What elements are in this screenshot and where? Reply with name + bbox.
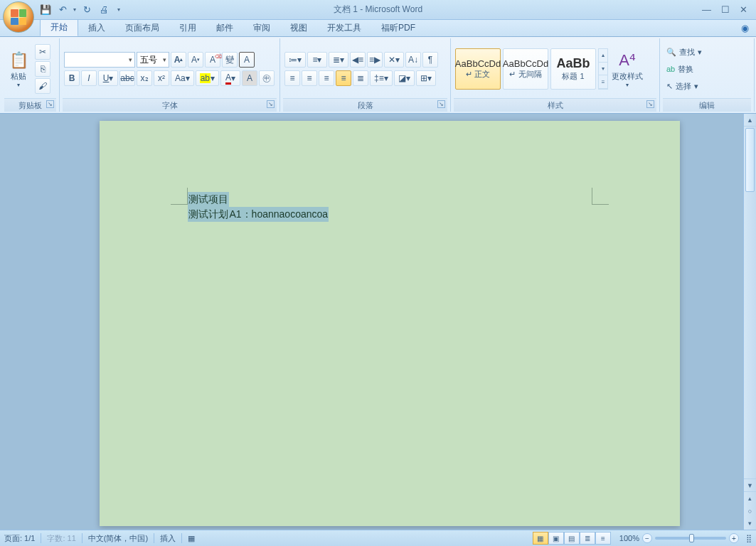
change-styles-button[interactable]: A⁴ 更改样式 ▾ bbox=[610, 50, 644, 88]
zoom-level[interactable]: 100% bbox=[619, 534, 639, 542]
subscript-button[interactable]: x₂ bbox=[137, 70, 152, 86]
scroll-down-button[interactable]: ▼ bbox=[744, 478, 756, 491]
minimize-button[interactable]: — bbox=[702, 4, 711, 15]
align-center-button[interactable]: ≡ bbox=[302, 70, 317, 86]
insert-mode[interactable]: 插入 bbox=[160, 533, 176, 544]
save-icon[interactable]: 💾 bbox=[39, 4, 52, 16]
tab-references[interactable]: 引用 bbox=[169, 19, 206, 36]
highlight-button[interactable]: ab▾ bbox=[196, 70, 219, 86]
office-button[interactable] bbox=[3, 1, 34, 33]
clear-format-button[interactable]: A⌫ bbox=[205, 52, 220, 68]
shading-button[interactable]: ◪▾ bbox=[394, 70, 415, 86]
font-color-button[interactable]: A▾ bbox=[220, 70, 240, 86]
tab-mailings[interactable]: 邮件 bbox=[206, 19, 243, 36]
font-size-combo[interactable]: 五号 bbox=[137, 52, 169, 68]
style-gallery-nav[interactable]: ▴▾≡ bbox=[598, 48, 608, 90]
resize-grip[interactable]: ⣿ bbox=[746, 534, 752, 543]
tab-developer[interactable]: 开发工具 bbox=[317, 19, 371, 36]
replace-button[interactable]: ab替换 bbox=[664, 61, 704, 77]
tab-review[interactable]: 审阅 bbox=[243, 19, 280, 36]
web-layout-view[interactable]: ▤ bbox=[564, 532, 580, 545]
clipboard-dialog-launcher[interactable]: ↘ bbox=[46, 100, 54, 108]
select-button[interactable]: ↖选择 ▾ bbox=[664, 78, 704, 94]
next-page-button[interactable]: ▾ bbox=[744, 517, 756, 530]
show-marks-button[interactable]: ¶ bbox=[422, 52, 438, 68]
find-button[interactable]: 🔍查找 ▾ bbox=[664, 44, 704, 60]
bold-button[interactable]: B bbox=[64, 70, 80, 86]
phonetic-button[interactable]: 變 bbox=[222, 52, 238, 68]
language-indicator[interactable]: 中文(简体，中国) bbox=[88, 533, 148, 544]
zoom-handle[interactable] bbox=[689, 534, 694, 542]
redo-icon[interactable]: ↻ bbox=[80, 4, 93, 16]
char-border-button[interactable]: A bbox=[239, 52, 255, 68]
borders-button[interactable]: ⊞▾ bbox=[416, 70, 436, 86]
paragraph-dialog-launcher[interactable]: ↘ bbox=[437, 100, 445, 108]
scroll-up-button[interactable]: ▲ bbox=[744, 114, 756, 127]
document-text[interactable]: 测试项目 测试计划 A1：hoannaocoancoa bbox=[188, 192, 329, 222]
outline-view[interactable]: ≣ bbox=[580, 532, 595, 545]
strike-button[interactable]: abc bbox=[119, 70, 135, 86]
style-normal[interactable]: AaBbCcDd ↵ 正文 bbox=[455, 48, 501, 90]
justify-button[interactable]: ≡ bbox=[336, 70, 351, 86]
style-name: ↵ 无间隔 bbox=[509, 69, 541, 80]
paste-button[interactable]: 📋 粘贴 ▾ bbox=[4, 40, 33, 98]
word-count[interactable]: 字数: 11 bbox=[47, 533, 75, 544]
tab-view[interactable]: 视图 bbox=[280, 19, 317, 36]
print-layout-view[interactable]: ▦ bbox=[533, 532, 548, 545]
font-dialog-launcher[interactable]: ↘ bbox=[267, 100, 275, 108]
tab-layout[interactable]: 页面布局 bbox=[115, 19, 169, 36]
style-name: 标题 1 bbox=[562, 71, 584, 82]
zoom-slider[interactable] bbox=[655, 537, 726, 540]
line-spacing-button[interactable]: ‡≡▾ bbox=[370, 70, 393, 86]
grow-font-button[interactable]: A▴ bbox=[171, 52, 186, 68]
scroll-thumb[interactable] bbox=[745, 128, 755, 192]
decrease-indent-button[interactable]: ◀≡ bbox=[350, 52, 366, 68]
close-button[interactable]: ✕ bbox=[740, 4, 747, 15]
page-indicator[interactable]: 页面: 1/1 bbox=[4, 533, 35, 544]
quick-print-icon[interactable]: 🖨 bbox=[97, 4, 110, 16]
undo-dropdown[interactable]: ▾ bbox=[73, 6, 76, 13]
shrink-font-button[interactable]: A▾ bbox=[188, 52, 203, 68]
title-bar: 💾 ↶ ▾ ↻ 🖨 ▾ 文档 1 - Microsoft Word — ☐ ✕ bbox=[0, 0, 756, 20]
char-shading-button[interactable]: A bbox=[242, 70, 257, 86]
copy-button[interactable]: ⎘ bbox=[35, 61, 50, 77]
style-no-spacing[interactable]: AaBbCcDd ↵ 无间隔 bbox=[503, 48, 548, 90]
undo-icon[interactable]: ↶ bbox=[56, 4, 69, 16]
prev-page-button[interactable]: ▴ bbox=[744, 492, 756, 505]
page[interactable]: 测试项目 测试计划 A1：hoannaocoancoa bbox=[100, 121, 680, 526]
change-case-button[interactable]: Aa▾ bbox=[171, 70, 194, 86]
browse-object-button[interactable]: ○ bbox=[744, 505, 756, 518]
text-direction-button[interactable]: ✕▾ bbox=[384, 52, 404, 68]
zoom-in-button[interactable]: + bbox=[729, 533, 739, 543]
align-right-button[interactable]: ≡ bbox=[319, 70, 334, 86]
styles-dialog-launcher[interactable]: ↘ bbox=[646, 100, 654, 108]
qat-customize[interactable]: ▾ bbox=[117, 6, 120, 13]
maximize-button[interactable]: ☐ bbox=[721, 4, 730, 15]
document-viewport[interactable]: 测试项目 测试计划 A1：hoannaocoancoa bbox=[0, 114, 743, 530]
increase-indent-button[interactable]: ≡▶ bbox=[367, 52, 383, 68]
vertical-scrollbar[interactable]: ▲ ▼ ▴ ○ ▾ bbox=[743, 114, 756, 530]
help-button[interactable]: ◉ bbox=[741, 23, 756, 33]
underline-button[interactable]: U ▾ bbox=[98, 70, 118, 86]
cut-button[interactable]: ✂ bbox=[35, 44, 50, 60]
align-left-button[interactable]: ≡ bbox=[284, 70, 300, 86]
format-painter-button[interactable]: 🖌 bbox=[35, 78, 50, 94]
draft-view[interactable]: ≡ bbox=[595, 532, 611, 545]
italic-button[interactable]: I bbox=[81, 70, 97, 86]
enclose-button[interactable]: ㊥ bbox=[259, 70, 275, 86]
bullets-button[interactable]: ≔▾ bbox=[284, 52, 306, 68]
multilevel-button[interactable]: ≣▾ bbox=[329, 52, 348, 68]
distribute-button[interactable]: ≣ bbox=[353, 70, 368, 86]
superscript-button[interactable]: x² bbox=[154, 70, 169, 86]
numbering-button[interactable]: ≡▾ bbox=[307, 52, 327, 68]
macro-icon[interactable]: ▦ bbox=[188, 534, 195, 543]
scroll-track[interactable] bbox=[744, 127, 756, 478]
font-name-combo[interactable] bbox=[64, 52, 135, 68]
tab-home[interactable]: 开始 bbox=[40, 18, 78, 36]
sort-button[interactable]: A↓ bbox=[405, 52, 421, 68]
zoom-out-button[interactable]: − bbox=[642, 533, 652, 543]
style-heading1[interactable]: AaBb 标题 1 bbox=[550, 48, 596, 90]
full-screen-view[interactable]: ▣ bbox=[548, 532, 564, 545]
tab-insert[interactable]: 插入 bbox=[78, 19, 115, 36]
tab-foxit[interactable]: 福昕PDF bbox=[371, 19, 425, 36]
